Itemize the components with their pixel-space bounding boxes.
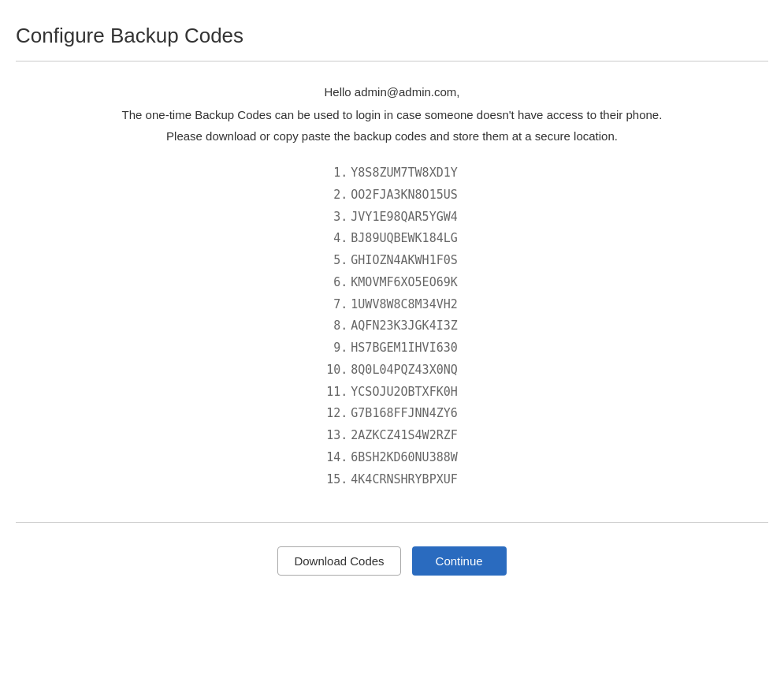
code-value: JVY1E98QAR5YGW4 (351, 210, 457, 224)
list-item: 15.4K4CRNSHRYBPXUF (326, 469, 458, 491)
backup-codes-list: 1.Y8S8ZUM7TW8XD1Y2.OO2FJA3KN8O15US3.JVY1… (326, 162, 458, 490)
description-1: The one-time Backup Codes can be used to… (16, 108, 768, 121)
list-item: 6.KMOVMF6XO5EO69K (326, 272, 458, 294)
code-number: 11. (326, 385, 347, 399)
code-value: 2AZKCZ41S4W2RZF (351, 428, 457, 442)
code-value: BJ89UQBEWK184LG (351, 231, 457, 245)
code-number: 3. (333, 210, 347, 224)
code-number: 6. (333, 275, 347, 289)
list-item: 7.1UWV8W8C8M34VH2 (326, 294, 458, 316)
code-number: 14. (326, 450, 347, 464)
list-item: 4.BJ89UQBEWK184LG (326, 228, 458, 250)
continue-button[interactable]: Continue (412, 546, 507, 576)
code-number: 9. (333, 341, 347, 355)
code-number: 13. (326, 428, 347, 442)
list-item: 2.OO2FJA3KN8O15US (326, 184, 458, 207)
code-number: 15. (326, 472, 347, 486)
code-number: 7. (333, 297, 347, 311)
footer-actions: Download Codes Continue (16, 546, 768, 576)
list-item: 10.8Q0L04PQZ43X0NQ (326, 360, 458, 382)
download-codes-button[interactable]: Download Codes (277, 546, 400, 576)
page-container: Configure Backup Codes Hello admin@admin… (16, 24, 768, 576)
greeting-text: Hello admin@admin.com, (16, 85, 768, 99)
code-value: KMOVMF6XO5EO69K (351, 275, 457, 289)
code-value: AQFN23K3JGK4I3Z (351, 319, 457, 333)
code-value: YCSOJU2OBTXFK0H (351, 385, 457, 399)
code-number: 1. (333, 166, 347, 180)
list-item: 1.Y8S8ZUM7TW8XD1Y (326, 162, 458, 184)
code-value: GHIOZN4AKWH1F0S (351, 253, 457, 267)
list-item: 3.JVY1E98QAR5YGW4 (326, 207, 458, 229)
list-item: 13.2AZKCZ41S4W2RZF (326, 425, 458, 447)
top-divider (16, 61, 768, 61)
code-number: 12. (326, 406, 347, 420)
description-2: Please download or copy paste the backup… (16, 129, 768, 143)
code-number: 2. (333, 188, 347, 202)
code-value: 8Q0L04PQZ43X0NQ (351, 363, 457, 377)
code-value: G7B168FFJNN4ZY6 (351, 406, 457, 420)
code-value: HS7BGEM1IHVI630 (351, 341, 457, 355)
page-title: Configure Backup Codes (16, 24, 768, 48)
code-number: 4. (333, 231, 347, 245)
list-item: 5.GHIOZN4AKWH1F0S (326, 250, 458, 272)
list-item: 14.6BSH2KD60NU388W (326, 447, 458, 469)
code-value: Y8S8ZUM7TW8XD1Y (351, 166, 457, 180)
list-item: 8.AQFN23K3JGK4I3Z (326, 315, 458, 337)
bottom-divider (16, 522, 768, 523)
list-item: 12.G7B168FFJNN4ZY6 (326, 403, 458, 425)
code-number: 5. (333, 253, 347, 267)
code-number: 10. (326, 363, 347, 377)
code-value: 4K4CRNSHRYBPXUF (351, 472, 457, 486)
list-item: 9.HS7BGEM1IHVI630 (326, 337, 458, 360)
code-number: 8. (333, 319, 347, 333)
code-value: 1UWV8W8C8M34VH2 (351, 297, 457, 311)
code-value: 6BSH2KD60NU388W (351, 450, 457, 464)
content-area: Hello admin@admin.com, The one-time Back… (16, 85, 768, 498)
list-item: 11.YCSOJU2OBTXFK0H (326, 382, 458, 404)
code-value: OO2FJA3KN8O15US (351, 188, 457, 202)
